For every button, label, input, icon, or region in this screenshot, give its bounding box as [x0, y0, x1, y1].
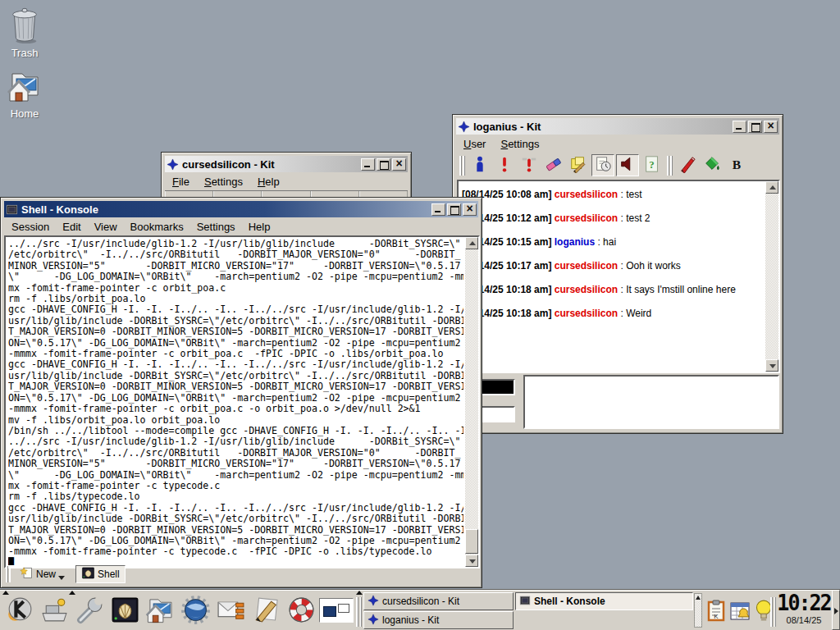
red-pen-button[interactable] — [676, 154, 699, 176]
dropdown-arrow-icon — [58, 576, 65, 580]
svg-text:?: ? — [649, 158, 654, 170]
launcher-k-menu[interactable] — [2, 593, 37, 629]
minimize-button[interactable] — [733, 121, 746, 133]
taskbar: cursedsilicon - Kitloganius - KitShell -… — [0, 589, 840, 630]
clock-handle[interactable] — [770, 597, 776, 627]
menu-settings[interactable]: Settings — [197, 221, 235, 233]
launcher-show-desktop[interactable] — [37, 593, 72, 629]
organizer-icon — [729, 612, 751, 626]
terminal-area[interactable]: ../../src -I/usr/include/glib-1.2 -I/usr… — [4, 235, 480, 568]
tray-klipper[interactable]: K — [705, 599, 727, 623]
pager-window — [338, 604, 349, 613]
launcher-kwrite[interactable] — [249, 593, 284, 629]
close-button[interactable] — [764, 121, 778, 133]
clock-date: 08/14/25 — [777, 615, 831, 625]
menu-file[interactable]: File — [172, 176, 189, 188]
system-tray: K — [705, 595, 774, 628]
titlebar[interactable]: loganius - Kit — [456, 118, 779, 135]
scrollbar-thumb[interactable] — [465, 529, 478, 554]
minimize-button[interactable] — [431, 203, 445, 216]
panel-clock[interactable]: 10:22 08/14/25 — [777, 591, 831, 629]
launcher-konqueror[interactable] — [178, 593, 213, 629]
wrench-icon — [75, 595, 105, 628]
desktop-icon-home[interactable]: Home — [0, 67, 49, 120]
desktop-pager[interactable] — [319, 598, 354, 623]
minimize-button[interactable] — [361, 158, 375, 171]
scroll-down-button[interactable] — [765, 359, 778, 372]
tray-organizer[interactable] — [729, 599, 751, 623]
session-tab-new[interactable]: New — [14, 565, 71, 583]
panel-hide-button[interactable] — [832, 590, 840, 630]
launcher-konsole[interactable] — [107, 593, 143, 629]
menu-bookmarks[interactable]: Bookmarks — [130, 221, 184, 233]
lifebuoy-icon — [286, 595, 317, 628]
menu-help[interactable]: Help — [249, 221, 271, 233]
warning-button[interactable] — [493, 154, 516, 176]
konsole-app-icon — [6, 203, 18, 216]
chat-message: [08/14/25 10:18 am] cursedsilicon : It s… — [462, 278, 764, 302]
scroll-up-button[interactable] — [765, 181, 778, 194]
notes-button[interactable] — [567, 154, 590, 176]
close-button[interactable] — [463, 203, 477, 216]
sound-button[interactable] — [616, 154, 639, 176]
session-bar-handle[interactable] — [6, 566, 11, 582]
chat-history: [08/14/25 10:08 am] cursedsilicon : test… — [457, 180, 780, 373]
terminal-scrollbar[interactable] — [465, 237, 478, 567]
new-session-icon — [20, 566, 34, 582]
menu-edit[interactable]: Edit — [62, 221, 80, 233]
history-button[interactable] — [591, 154, 614, 176]
task-list: cursedsilicon - Kitloganius - KitShell -… — [363, 591, 693, 629]
maximize-button[interactable] — [447, 203, 461, 216]
bold-button[interactable]: B — [725, 154, 748, 176]
taskbar-task[interactable]: loganius - Kit — [363, 611, 514, 629]
desktop-icon-label: Trash — [0, 47, 49, 59]
launcher-control-center[interactable] — [72, 593, 107, 629]
block-user-button[interactable] — [518, 154, 541, 176]
launcher-home-folder[interactable] — [143, 593, 178, 629]
konsole-mini-icon — [519, 595, 531, 609]
task-label: cursedsilicon - Kit — [382, 596, 459, 607]
toolbar-handle — [459, 156, 465, 176]
menubar: FileSettingsHelp — [165, 172, 408, 190]
popup-arrow — [2, 591, 9, 595]
menu-session[interactable]: Session — [11, 221, 49, 233]
launcher-help[interactable] — [284, 593, 319, 629]
warning-icon — [495, 155, 514, 176]
user-info-button[interactable] — [468, 154, 491, 176]
message-text: : Ooh it works — [618, 260, 681, 272]
menu-settings[interactable]: Settings — [204, 176, 243, 188]
close-button[interactable] — [392, 158, 406, 171]
menu-help[interactable]: Help — [258, 176, 280, 188]
titlebar[interactable]: cursedsilicon - Kit — [165, 156, 408, 172]
chat-message: [08/14/25 10:15 am] loganius : hai — [462, 231, 764, 254]
desk-icon — [39, 595, 70, 628]
maximize-button[interactable] — [748, 121, 762, 133]
taskbar-task[interactable]: Shell - Konsole — [515, 592, 693, 610]
titlebar[interactable]: Shell - Konsole — [4, 201, 478, 217]
trash-icon — [7, 7, 43, 44]
help-doc-button[interactable]: ? — [641, 154, 664, 176]
launcher-kmail[interactable] — [213, 593, 249, 629]
menu-user[interactable]: User — [463, 138, 486, 150]
clock-time: 10:22 — [777, 591, 831, 614]
message-input[interactable] — [523, 375, 779, 429]
menu-settings[interactable]: Settings — [500, 138, 539, 150]
task-scrollbar[interactable] — [694, 593, 702, 628]
message-nick: cursedsilicon — [555, 308, 618, 319]
session-tab-shell[interactable]: Shell — [75, 565, 126, 583]
taskbar-task[interactable]: cursedsilicon - Kit — [363, 592, 514, 610]
chat-scrollbar[interactable] — [765, 181, 778, 372]
scroll-up-button[interactable] — [465, 237, 478, 249]
desktop: { "colors":{ "desktop_bg":"#98a1ac","chr… — [0, 0, 840, 630]
chat-message: [08/14/25 10:17 am] cursedsilicon : Ooh … — [462, 254, 764, 278]
history-icon — [594, 155, 612, 176]
kit-app-icon — [167, 158, 179, 171]
fill-color-button[interactable] — [701, 154, 724, 176]
pen-icon — [251, 595, 281, 628]
kit-icon — [368, 614, 379, 628]
menu-view[interactable]: View — [94, 221, 117, 233]
eraser-button[interactable] — [542, 154, 565, 176]
taskbar-handle[interactable] — [356, 597, 362, 627]
desktop-icon-trash[interactable]: Trash — [0, 7, 49, 59]
maximize-button[interactable] — [377, 158, 390, 171]
